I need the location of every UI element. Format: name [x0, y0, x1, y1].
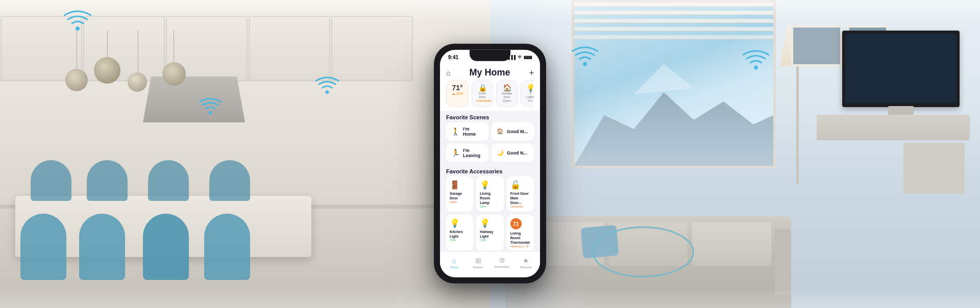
nav-discover-label: Discover — [520, 265, 532, 268]
pendant-3 — [128, 72, 147, 92]
accessory-kitchen-light[interactable]: 💡 Kitchen Light 70% — [446, 215, 473, 251]
svg-point-2 — [326, 90, 329, 94]
good-morning-icon: 🏠 — [497, 128, 504, 135]
wifi-icon-mid-left — [199, 97, 222, 115]
front-door-tile[interactable]: 🔒 Front Door Unlocked — [472, 80, 493, 107]
nav-home-icon: ⌂ — [452, 256, 456, 264]
temp-tile[interactable]: 71° ☁ 20% — [446, 80, 469, 107]
nav-home-label: Home — [450, 265, 458, 268]
scene-good-morning[interactable]: 🏠 Good M... — [492, 122, 534, 141]
tv-unit — [842, 31, 960, 107]
app-title: My Home — [470, 67, 510, 78]
phone-wrapper: 9:41 ▐▐▐ ▮▮▮▮ ⌂ My — [434, 44, 546, 284]
pendant-2 — [94, 57, 120, 84]
lights-tile[interactable]: 💡 3 Lights On — [521, 80, 534, 107]
chair-front-3 — [143, 214, 189, 280]
temp-sub: ☁ 20% — [451, 92, 464, 96]
front-door-status: Unlocked — [476, 99, 488, 103]
garage-door-icon: 🚪 — [450, 180, 470, 190]
hallway-light-status: 71% — [480, 239, 500, 242]
artwork-1 — [791, 25, 842, 66]
accessory-living-room-lamp[interactable]: 💡 Living Room Lamp 80% — [476, 176, 503, 212]
garage-status: Open — [501, 99, 513, 103]
accessories-grid: 🚪 Garage Door Open 💡 Living Room Lamp 80… — [440, 176, 540, 255]
svg-point-4 — [754, 66, 758, 70]
home-icon[interactable]: ⌂ — [446, 68, 450, 76]
kitchen-light-status: 70% — [450, 239, 470, 242]
pendant-4 — [162, 62, 186, 86]
garage-tile[interactable]: 🏠 Garage Door Open — [496, 80, 518, 107]
living-room-background — [490, 0, 980, 308]
accessory-hallway-light[interactable]: 💡 Hallway Light 71% — [476, 215, 503, 251]
tv-screen — [845, 34, 957, 103]
living-room-lamp-name: Living Room Lamp — [480, 191, 500, 205]
window — [572, 0, 776, 168]
chair-front-2 — [79, 214, 125, 280]
add-button[interactable]: + — [529, 68, 534, 77]
accessories-section-title: Favorite Accessories — [440, 165, 540, 176]
chair-front-1 — [20, 214, 66, 280]
status-tiles-row: 71° ☁ 20% 🔒 Front Door Unlocked 🏠 Garage… — [446, 80, 534, 107]
living-room-thermostat-icon: 71 — [510, 218, 522, 229]
cabinet-door-5 — [332, 16, 412, 81]
kitchen-light-name: Kitchen Light — [450, 229, 470, 239]
scene-im-leaving[interactable]: 🏃 I'm Leaving — [446, 144, 488, 162]
chair-back-2 — [87, 160, 128, 201]
accessory-garage-door[interactable]: 🚪 Garage Door Open — [446, 176, 473, 212]
wifi-icon-right-2 — [743, 48, 769, 71]
good-night-label: Good N... — [507, 150, 527, 156]
front-door-label: Front Door — [476, 92, 488, 99]
kitchen-background — [0, 0, 490, 308]
scenes-section-title: Favorite Scenes — [440, 111, 540, 122]
living-room-thermostat-status: Heating to 71° — [510, 245, 530, 248]
wifi-status-icon — [517, 55, 522, 60]
nav-discover[interactable]: ★ Discover — [514, 256, 538, 268]
phone-device: 9:41 ▐▐▐ ▮▮▮▮ ⌂ My — [434, 44, 546, 284]
im-leaving-icon: 🏃 — [451, 149, 460, 157]
nav-automation[interactable]: ⚙ Automation — [490, 256, 514, 268]
scene-good-night[interactable]: 🌙 Good N... — [492, 144, 534, 162]
front-door-lock-name: Front Door Main Door... — [510, 191, 530, 205]
phone-screen: 9:41 ▐▐▐ ▮▮▮▮ ⌂ My — [440, 50, 540, 277]
living-room-thermostat-name: Living Room Thermostat — [510, 231, 530, 245]
scene-im-home[interactable]: 🚶 I'm Home — [446, 122, 488, 141]
nav-automation-label: Automation — [494, 265, 509, 268]
garage-label: Garage Door — [501, 92, 513, 99]
good-night-icon: 🌙 — [497, 149, 504, 156]
hallway-light-icon: 💡 — [480, 218, 500, 228]
scenes-grid: 🚶 I'm Home 🏠 Good M... 🏃 I'm Leaving 🌙 G… — [440, 122, 540, 165]
good-morning-label: Good M... — [507, 129, 528, 134]
status-icons: ▐▐▐ ▮▮▮▮ — [507, 55, 532, 60]
sofa-arm-right — [775, 229, 791, 295]
nav-rooms-label: Rooms — [473, 265, 483, 268]
svg-point-1 — [209, 111, 212, 115]
cushion-3 — [692, 222, 771, 266]
nav-home[interactable]: ⌂ Home — [442, 256, 466, 268]
kitchen-light-icon: 💡 — [450, 218, 470, 228]
nav-rooms[interactable]: ⊞ Rooms — [466, 256, 490, 268]
svg-point-0 — [76, 27, 80, 31]
lights-status: On — [525, 99, 534, 103]
app-header-top: ⌂ My Home + — [446, 67, 534, 78]
tv-cabinet — [817, 115, 970, 140]
garage-door-status: Open — [450, 200, 470, 203]
cabinet-door-4 — [249, 16, 330, 81]
living-room-lamp-status: 80% — [480, 205, 500, 208]
status-time: 9:41 — [448, 54, 458, 60]
shelf-decor — [903, 143, 965, 194]
nav-automation-icon: ⚙ — [499, 256, 505, 264]
im-leaving-label: I'm Leaving — [463, 148, 483, 158]
battery-icon: ▮▮▮▮ — [524, 55, 532, 59]
nav-rooms-icon: ⊞ — [475, 256, 481, 264]
range-hood — [143, 76, 245, 122]
accessory-living-room-thermostat[interactable]: 71 Living Room Thermostat Heating to 71° — [507, 215, 534, 251]
phone-notch — [470, 50, 510, 61]
accessory-front-door-lock[interactable]: 🔓 Front Door Main Door... Unlocked — [507, 176, 534, 212]
svg-point-5 — [519, 58, 520, 59]
nav-discover-icon: ★ — [523, 256, 529, 264]
wifi-icon-top-left — [64, 9, 91, 32]
app-header: ⌂ My Home + 71° ☁ 20% 🔒 Front Door Unloc… — [440, 64, 540, 111]
garage-door-name: Garage Door — [450, 191, 470, 200]
bottom-nav: ⌂ Home ⊞ Rooms ⚙ Automation ★ Discover — [440, 251, 540, 277]
chair-back-1 — [31, 160, 71, 201]
